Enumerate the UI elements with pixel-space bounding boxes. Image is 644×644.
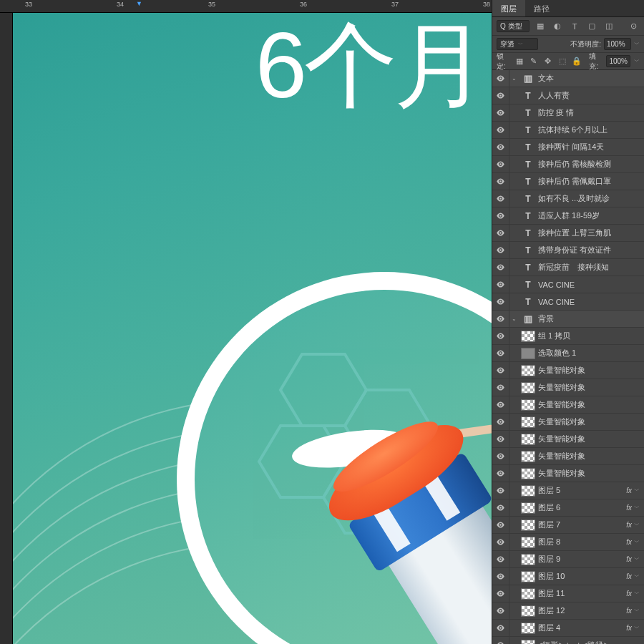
filter-shape-icon[interactable]: ▢ [585,20,598,33]
fx-expand-icon[interactable]: ﹀ [634,555,644,563]
layer-name[interactable]: VAC CINE [538,280,644,289]
layer-item[interactable]: TVAC CINE [492,276,644,293]
visibility-toggle[interactable] [492,87,509,104]
visibility-toggle[interactable] [492,551,509,568]
visibility-toggle[interactable] [492,517,509,534]
layer-name[interactable]: 矢量智能对象 [538,365,644,376]
chevron-down-icon[interactable]: ﹀ [634,57,640,65]
layer-name[interactable]: 人人有责 [538,90,644,101]
expand-toggle[interactable]: ⌄ [509,316,518,322]
layer-list[interactable]: ⌄▥文本T人人有责T防控 疫 情T抗体持续 6个月以上T接种两针 间隔14天T接… [492,70,644,644]
visibility-toggle[interactable] [492,499,509,517]
layer-item[interactable]: 图层 8fx﹀ [492,534,644,551]
layer-item[interactable]: 图层 12fx﹀ [492,602,644,620]
fx-badge[interactable]: fx [626,607,634,615]
layer-name[interactable]: 图层 6 [538,502,626,513]
layer-item[interactable]: T接种后仍 需佩戴口罩 [492,173,644,190]
visibility-toggle[interactable] [492,568,509,585]
visibility-toggle[interactable] [492,156,509,173]
visibility-toggle[interactable] [492,225,509,242]
layer-item[interactable]: 图层 5fx﹀ [492,482,644,499]
layer-item[interactable]: 矢量智能对象 [492,379,644,396]
layer-name[interactable]: 抗体持续 6个月以上 [538,125,644,135]
ruler-vertical[interactable] [0,13,13,644]
visibility-toggle[interactable] [492,242,509,259]
layer-item[interactable]: 选取颜色 1 [492,345,644,362]
layer-item[interactable]: 图层 9fx﹀ [492,551,644,568]
visibility-toggle[interactable] [492,70,509,87]
layer-item[interactable]: T接种后仍 需核酸检测 [492,156,644,173]
layer-name[interactable]: 选取颜色 1 [538,348,644,358]
visibility-toggle[interactable] [492,431,509,448]
visibility-toggle[interactable] [492,259,509,276]
layer-name[interactable]: 矢量智能对象 [538,451,644,462]
layer-item[interactable]: T人人有责 [492,87,644,104]
lock-position-icon[interactable]: ✥ [542,55,553,68]
visibility-toggle[interactable] [492,585,509,602]
layer-name[interactable]: 文本 [538,73,644,84]
fx-expand-icon[interactable]: ﹀ [634,521,644,529]
fx-badge[interactable]: fx [626,590,634,597]
layer-item[interactable]: 图层 7fx﹀ [492,517,644,534]
visibility-toggle[interactable] [492,311,509,328]
layer-item[interactable]: 矢量智能对象 [492,448,644,465]
layer-item[interactable]: <矩形> +...+ <路径> [492,637,644,644]
layer-item[interactable]: T接种两针 间隔14天 [492,139,644,156]
tab-paths[interactable]: 路径 [525,0,558,16]
layer-item[interactable]: TVAC CINE [492,293,644,311]
visibility-toggle[interactable] [492,173,509,190]
layer-name[interactable]: 接种后仍 需核酸检测 [538,159,644,170]
visibility-toggle[interactable] [492,448,509,465]
layer-group[interactable]: ⌄▥文本 [492,70,644,87]
layer-item[interactable]: 矢量智能对象 [492,396,644,414]
layer-item[interactable]: T抗体持续 6个月以上 [492,122,644,139]
layer-item[interactable]: 矢量智能对象 [492,465,644,482]
layer-name[interactable]: 如有不良 ...及时就诊 [538,193,644,204]
fx-badge[interactable]: fx [626,521,634,529]
layer-item[interactable]: T携带身份证 有效证件 [492,242,644,259]
filter-smart-icon[interactable]: ◫ [602,20,615,33]
layer-name[interactable]: 适应人群 18-59岁 [538,210,644,221]
filter-text-icon[interactable]: T [568,20,581,33]
layer-name[interactable]: 矢量智能对象 [538,416,644,427]
fill-input[interactable]: 100% [606,55,630,67]
layer-name[interactable]: 背景 [538,313,644,324]
fx-badge[interactable]: fx [626,538,634,546]
visibility-toggle[interactable] [492,328,509,345]
layer-name[interactable]: <矩形> +...+ <路径> [538,640,644,644]
layer-name[interactable]: 接种两针 间隔14天 [538,142,644,152]
layer-name[interactable]: 矢量智能对象 [538,382,644,393]
chevron-down-icon[interactable]: ﹀ [634,40,640,48]
visibility-toggle[interactable] [492,293,509,311]
layer-name[interactable]: 图层 7 [538,519,626,530]
layer-name[interactable]: 接种位置 上臂三角肌 [538,228,644,238]
layer-item[interactable]: T新冠疫苗 接种须知 [492,259,644,276]
layer-item[interactable]: T如有不良 ...及时就诊 [492,190,644,208]
lock-all-icon[interactable]: 🔒 [571,55,582,68]
layer-item[interactable]: T适应人群 18-59岁 [492,208,644,225]
visibility-toggle[interactable] [492,345,509,362]
fx-expand-icon[interactable]: ﹀ [634,538,644,546]
layer-name[interactable]: 图层 10 [538,571,626,582]
blend-mode-dropdown[interactable]: 穿透 [497,38,538,50]
fx-expand-icon[interactable]: ﹀ [634,590,644,597]
visibility-toggle[interactable] [492,379,509,396]
tab-layers[interactable]: 图层 [492,0,525,16]
visibility-toggle[interactable] [492,465,509,482]
filter-type-dropdown[interactable]: Q 类型 [497,20,530,32]
visibility-toggle[interactable] [492,620,509,637]
layer-item[interactable]: 组 1 拷贝 [492,328,644,345]
visibility-toggle[interactable] [492,139,509,156]
layer-name[interactable]: 图层 9 [538,554,626,565]
layer-name[interactable]: 接种后仍 需佩戴口罩 [538,176,644,187]
visibility-toggle[interactable] [492,208,509,225]
fx-badge[interactable]: fx [626,555,634,563]
layer-name[interactable]: 图层 5 [538,485,626,496]
layer-item[interactable]: 图层 6fx﹀ [492,499,644,517]
layer-name[interactable]: 图层 4 [538,623,626,633]
visibility-toggle[interactable] [492,637,509,645]
lock-artboard-icon[interactable]: ⬚ [557,55,567,68]
fx-badge[interactable]: fx [626,624,634,632]
layer-name[interactable]: 矢量智能对象 [538,434,644,444]
layer-name[interactable]: 图层 12 [538,605,626,616]
